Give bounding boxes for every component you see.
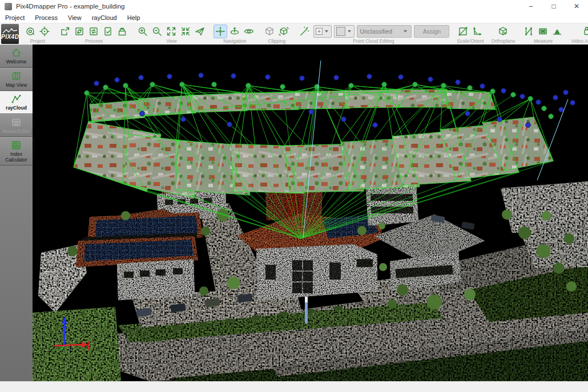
toolbar-group-video-animation: Video Animation: [567, 23, 588, 45]
sidebar-item-label: Welcome: [6, 59, 26, 64]
toolbar-group-point-cloud-editing: Unclassified Assign Point Cloud Editing: [294, 23, 453, 45]
assign-button[interactable]: Assign: [414, 25, 449, 38]
raycloud-3d-scene: [33, 45, 588, 381]
menu-help[interactable]: Help: [122, 14, 146, 21]
title-bar: Pix4Dmapper Pro - example_building – □ ✕: [0, 0, 588, 13]
maximize-button[interactable]: □: [542, 0, 565, 13]
quality-report-button[interactable]: [101, 25, 115, 38]
quality-report-icon: [102, 26, 114, 37]
eye-icon: [243, 26, 255, 37]
video-animation-button[interactable]: [582, 25, 588, 38]
zoom-in-button[interactable]: [136, 25, 150, 38]
recenter-button[interactable]: [38, 25, 51, 38]
stockpile-icon: [551, 26, 563, 37]
polyline-icon: [523, 26, 534, 37]
perspective-view-button[interactable]: [242, 25, 256, 38]
sidebar-item-label: MosaicEditor: [2, 128, 30, 134]
group-label: View: [166, 38, 176, 44]
pix4d-logo: PIX4D: [1, 24, 19, 44]
map-icon: [11, 71, 22, 82]
zoom-out-icon: [151, 26, 163, 37]
chevron-down-icon: [348, 30, 351, 33]
group-label: Orthoplane: [491, 38, 515, 44]
raycloud-viewport[interactable]: [33, 45, 588, 381]
project-properties-button[interactable]: [23, 25, 37, 38]
project-properties-icon: [25, 26, 36, 37]
zoom-selection-button[interactable]: [179, 25, 192, 38]
menu-view[interactable]: View: [63, 14, 87, 21]
output-folder-button[interactable]: [115, 25, 129, 38]
group-label: Navigation: [223, 38, 246, 44]
plus-box-icon: [315, 27, 323, 35]
zoom-out-button[interactable]: [150, 25, 164, 38]
output-folder-icon: [116, 26, 128, 37]
edit-clip-cube-icon: [278, 26, 289, 37]
toolbar-group-clipping: Clipping: [259, 23, 294, 45]
classification-dropdown[interactable]: Unclassified: [357, 25, 412, 38]
zoom-in-icon: [137, 26, 148, 37]
orbit-tool-button[interactable]: [228, 25, 241, 38]
sidebar-item-index-calculator[interactable]: Index Calculator: [0, 137, 33, 165]
home-icon: [11, 47, 22, 58]
process-step2-button[interactable]: [73, 25, 86, 38]
orthoplane-button[interactable]: [496, 25, 510, 38]
close-button[interactable]: ✕: [565, 0, 588, 13]
menu-project[interactable]: Project: [0, 14, 30, 21]
sidebar-item-mosaic-editor[interactable]: MosaicEditor: [0, 114, 33, 138]
volume-measure-button[interactable]: [550, 25, 564, 38]
minimize-button[interactable]: –: [519, 0, 542, 13]
rematch-icon: [88, 26, 99, 37]
sidebar-item-map-view[interactable]: Map View: [0, 68, 33, 91]
menu-bar: Project Process View rayCloud Help: [0, 13, 588, 23]
selection-swatch-button[interactable]: [334, 25, 355, 38]
index-calculator-icon: [11, 140, 22, 151]
expand-arrows-icon: [166, 26, 177, 37]
toolbar-group-scale-orient: Scale/Orient: [453, 23, 488, 45]
group-label: Measure: [534, 38, 553, 44]
wand-icon: [299, 26, 310, 37]
sidebar-item-raycloud[interactable]: rayCloud: [0, 91, 33, 114]
group-label: Project: [30, 38, 45, 44]
selection-mode-button[interactable]: [313, 25, 332, 38]
chevron-down-icon: [404, 30, 407, 33]
raycloud-icon: [11, 94, 22, 104]
sidebar: Welcome Map View rayCloud MosaicEditor I…: [0, 45, 33, 381]
crosshair-icon: [39, 26, 50, 37]
app-icon: [5, 3, 12, 10]
process-step1-button[interactable]: [58, 25, 72, 38]
zoom-extents-button[interactable]: [164, 25, 178, 38]
sidebar-item-label: Map View: [6, 82, 27, 88]
edit-densified-point-cloud-button[interactable]: [297, 25, 311, 38]
pan-tool-button[interactable]: [214, 25, 227, 38]
toolbar-group-navigation: Navigation: [210, 23, 259, 45]
sidebar-item-label: Index Calculator: [5, 151, 27, 163]
menu-raycloud[interactable]: rayCloud: [87, 14, 122, 21]
process-step3-button[interactable]: [87, 25, 100, 38]
sidebar-item-welcome[interactable]: Welcome: [0, 45, 33, 68]
orbit-icon: [229, 26, 240, 37]
toolbar-group-view: View: [132, 23, 210, 45]
edit-clip-box-button[interactable]: [277, 25, 291, 38]
group-label: Point Cloud Editing: [353, 38, 394, 44]
contract-arrows-icon: [180, 26, 191, 37]
initial-processing-icon: [59, 26, 71, 37]
clip-box-button[interactable]: [263, 25, 276, 38]
mosaic-editor-icon: [11, 117, 22, 128]
group-label: Scale/Orient: [457, 38, 484, 44]
toolbar-group-project: Project: [20, 23, 55, 45]
reoptimize-icon: [74, 26, 85, 37]
surface-icon: [537, 26, 549, 37]
app-window: Pix4Dmapper Pro - example_building – □ ✕…: [0, 0, 588, 392]
polyline-measure-button[interactable]: [522, 25, 535, 38]
fly-view-button[interactable]: [193, 25, 207, 38]
pan-icon: [215, 26, 226, 37]
status-bar: [0, 381, 588, 392]
group-label: Video Animation: [571, 38, 588, 44]
scale-button[interactable]: [456, 25, 470, 38]
sidebar-item-label: rayCloud: [6, 105, 27, 111]
orient-button[interactable]: [470, 25, 484, 38]
toolbar: PIX4D Project Process: [0, 23, 588, 45]
orthoplane-cube-icon: [497, 26, 509, 37]
surface-measure-button[interactable]: [536, 25, 550, 38]
menu-process[interactable]: Process: [30, 14, 63, 21]
